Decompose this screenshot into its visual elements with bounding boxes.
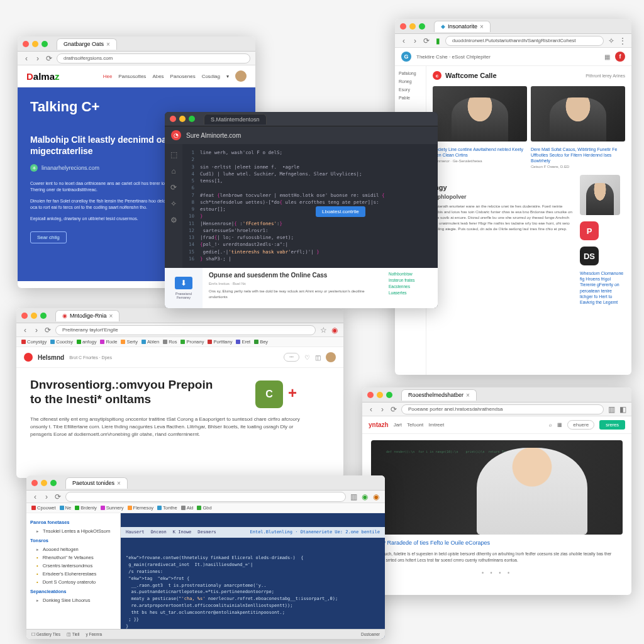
pill-button[interactable]: ehuere <box>567 420 594 430</box>
close-icon[interactable] <box>367 392 374 398</box>
chevron-down-icon[interactable]: ▾ <box>226 74 229 79</box>
forward-icon[interactable]: › <box>379 405 386 414</box>
pagination-dots[interactable]: • • • • <box>362 570 631 576</box>
article-caption[interactable]: Frony Raradede of ties Fefto le Ouile eC… <box>362 540 631 546</box>
sidebar-item[interactable]: Esory <box>399 87 422 92</box>
sparkle-icon[interactable]: ✧ <box>170 199 177 208</box>
back-icon[interactable]: ‹ <box>21 326 29 335</box>
reload-icon[interactable]: ⟳ <box>45 54 53 63</box>
reload-icon[interactable]: ⟳ <box>44 326 52 335</box>
site-logo[interactable] <box>24 353 33 362</box>
status-item[interactable]: Dostoaner <box>361 632 380 636</box>
tree-folder[interactable]: Tnsokiel Lentes a HipokOtSsom <box>30 527 116 535</box>
star-icon[interactable]: ✧ <box>608 36 615 45</box>
star-icon[interactable]: ☆ <box>319 326 327 335</box>
avatar[interactable] <box>326 352 336 362</box>
bookmark[interactable]: Eret <box>236 339 250 345</box>
status-item[interactable]: y Feenra <box>86 632 102 636</box>
download-icon[interactable]: ⬇ <box>175 277 192 289</box>
nav-link[interactable]: Abes <box>152 74 164 79</box>
browser-tab[interactable]: Rooesthelmedshatber× <box>401 389 477 401</box>
nav-link[interactable]: Jart <box>394 422 402 428</box>
toolbar-item[interactable]: Flemesoy <box>128 505 154 511</box>
url-field[interactable]: Pooeane porter anel.hratoesdahrathendsa <box>401 404 604 414</box>
close-icon[interactable] <box>21 313 28 319</box>
close-icon[interactable] <box>23 41 29 47</box>
nav-link[interactable]: Tefoont <box>407 422 423 428</box>
bookmark[interactable]: Conystgy <box>21 339 47 345</box>
bookmark[interactable]: Pronany <box>180 339 204 345</box>
site-logo[interactable]: Dalmaz <box>26 71 60 82</box>
app-icon[interactable]: G <box>401 52 411 62</box>
related-caption[interactable]: Whesdom Clomanone fig Hroens frigol Tier… <box>580 270 625 305</box>
status-item[interactable]: ◫ Tiell <box>67 632 79 637</box>
link[interactable]: Insteron frates <box>389 278 434 282</box>
menu-icon[interactable]: ⋮ <box>619 36 626 45</box>
minimize-icon[interactable] <box>41 480 47 486</box>
site-brand[interactable]: Helsmnd <box>38 354 64 361</box>
ext-icon[interactable]: ◉ <box>331 326 338 335</box>
app-badge[interactable]: P <box>580 221 599 240</box>
video-thumb[interactable] <box>531 86 625 142</box>
bookmark[interactable]: Ros <box>163 339 177 345</box>
forward-icon[interactable]: › <box>43 492 50 501</box>
toolbar-item[interactable]: Tonthe <box>157 505 177 511</box>
more-button[interactable]: ⋯ <box>284 353 299 362</box>
tab-close-icon[interactable]: × <box>106 41 110 48</box>
ext-icon[interactable]: ◧ <box>619 405 626 414</box>
zoom-icon[interactable] <box>50 480 57 486</box>
tree-file[interactable]: Erisdeer's Elohererestaes <box>30 570 116 578</box>
close-icon[interactable] <box>170 116 176 122</box>
avatar[interactable]: f <box>615 52 625 62</box>
ext-icon[interactable]: ▥ <box>350 492 357 501</box>
sidebar-item[interactable]: Pafalong <box>399 71 422 75</box>
bookmark[interactable]: Coocisy <box>50 339 73 345</box>
nav-link[interactable]: Pansosottes <box>118 74 146 79</box>
nav-link[interactable]: Panosenes <box>170 74 196 79</box>
thumb-caption[interactable]: Society Line contine Aavitalhend nebted … <box>433 147 527 158</box>
status-item[interactable]: ☐ Gestiery Tles <box>31 632 60 637</box>
bookmark[interactable]: Portttany <box>208 339 232 345</box>
forward-icon[interactable]: › <box>33 326 40 335</box>
bell-icon[interactable]: ◫ <box>315 354 321 361</box>
zoom-icon[interactable] <box>386 392 392 398</box>
back-icon[interactable]: ‹ <box>31 492 39 501</box>
sidebar-item[interactable]: Roneg <box>399 79 422 84</box>
cta-button[interactable]: Sear chilg <box>30 231 67 243</box>
nav-link[interactable]: Cosdiag <box>202 74 220 79</box>
minimize-icon[interactable] <box>377 392 383 398</box>
primary-button[interactable]: sreres <box>599 420 625 430</box>
back-icon[interactable]: ‹ <box>23 54 30 63</box>
tree-file[interactable]: Rhenothon" fe Vefaones <box>30 553 116 562</box>
url-field[interactable]: drathsolfergsions.com <box>57 53 250 64</box>
search-icon[interactable]: ⌕ <box>549 422 552 428</box>
back-icon[interactable]: ‹ <box>400 36 408 45</box>
browser-tab[interactable]: ◆Insonatorite× <box>434 21 491 32</box>
nav-link[interactable]: Hee <box>103 74 113 79</box>
tree-folder[interactable]: Donkieg Siee Lihoorus <box>30 596 116 604</box>
grid-icon[interactable]: ▦ <box>557 422 562 428</box>
editor-tab[interactable]: Onceon <box>151 529 167 536</box>
forward-icon[interactable]: › <box>411 36 419 45</box>
minimize-icon[interactable] <box>32 41 38 47</box>
toolbar-item[interactable]: Sunnery <box>101 505 124 511</box>
ext-icon[interactable]: ◉ <box>361 492 369 501</box>
url-field[interactable]: Preitnerany taylort'Engile <box>55 325 316 335</box>
zoom-icon[interactable] <box>42 41 48 47</box>
toolbar-item[interactable]: Ald <box>181 505 194 511</box>
bookmark[interactable]: anfogy <box>77 339 97 345</box>
editor-tab[interactable]: K Inowe <box>173 529 192 536</box>
close-icon[interactable] <box>31 480 38 486</box>
forward-icon[interactable]: › <box>34 54 42 63</box>
zoom-icon[interactable] <box>189 116 195 122</box>
toolbar-item[interactable]: Cpoowet <box>31 505 56 511</box>
editor-tab[interactable]: Hausert <box>126 529 145 536</box>
toolbar-item[interactable]: Brdeniy <box>75 505 96 511</box>
reload-icon[interactable]: ⟳ <box>423 36 430 45</box>
bookmark[interactable]: Serty <box>121 339 138 345</box>
toolbar-item[interactable]: Ne <box>60 505 72 511</box>
reload-icon[interactable]: ⟳ <box>54 492 62 501</box>
home-icon[interactable]: ⌂ <box>171 167 175 175</box>
bookmark[interactable]: Rode <box>100 339 117 345</box>
files-icon[interactable]: ⬚ <box>170 150 177 159</box>
